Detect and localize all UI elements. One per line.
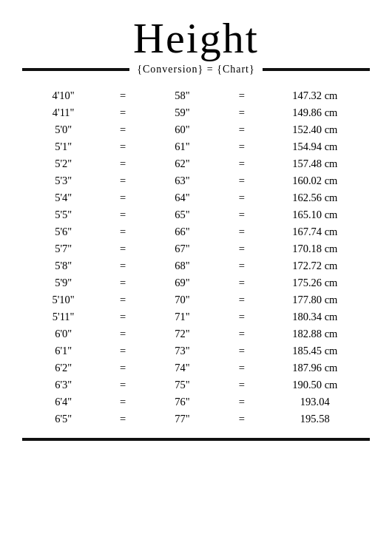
table-row: 6'3"=75"=190.50 cm [22, 376, 370, 393]
table-row: 6'4"=76"=193.04 [22, 393, 370, 411]
table-row: 6'5"=77"=195.58 [22, 411, 370, 428]
table-row: 6'2"=74"=187.96 cm [22, 359, 370, 376]
divider-right [263, 68, 370, 71]
table-row: 5'11"=71"=180.34 cm [22, 308, 370, 325]
table-row: 5'9"=69"=175.26 cm [22, 274, 370, 291]
table-row: 5'8"=68"=172.72 cm [22, 257, 370, 274]
table-row: 6'1"=73"=185.45 cm [22, 342, 370, 359]
conversion-table: 4'10"=58"=147.32 cm4'11"=59"=149.86 cm5'… [22, 87, 370, 428]
bottom-divider [22, 438, 370, 441]
table-row: 5'10"=70"=177.80 cm [22, 291, 370, 308]
table-row: 4'11"=59"=149.86 cm [22, 104, 370, 121]
table-row: 5'1"=61"=154.94 cm [22, 138, 370, 155]
table-row: 5'5"=65"=165.10 cm [22, 206, 370, 223]
table-row: 5'6"=66"=167.74 cm [22, 223, 370, 240]
table-row: 6'0"=72"=182.88 cm [22, 325, 370, 342]
divider-left [22, 68, 129, 71]
subtitle: {Conversion} = {Chart} [137, 64, 254, 75]
table-row: 5'0"=60"=152.40 cm [22, 121, 370, 138]
page-title: Height [22, 15, 370, 62]
page: Height {Conversion} = {Chart} 4'10"=58"=… [0, 0, 392, 554]
header-divider: {Conversion} = {Chart} [22, 64, 370, 75]
table-row: 4'10"=58"=147.32 cm [22, 87, 370, 104]
table-row: 5'3"=63"=160.02 cm [22, 172, 370, 189]
table-row: 5'2"=62"=157.48 cm [22, 155, 370, 172]
table-row: 5'4"=64"=162.56 cm [22, 189, 370, 206]
table-row: 5'7"=67"=170.18 cm [22, 240, 370, 257]
